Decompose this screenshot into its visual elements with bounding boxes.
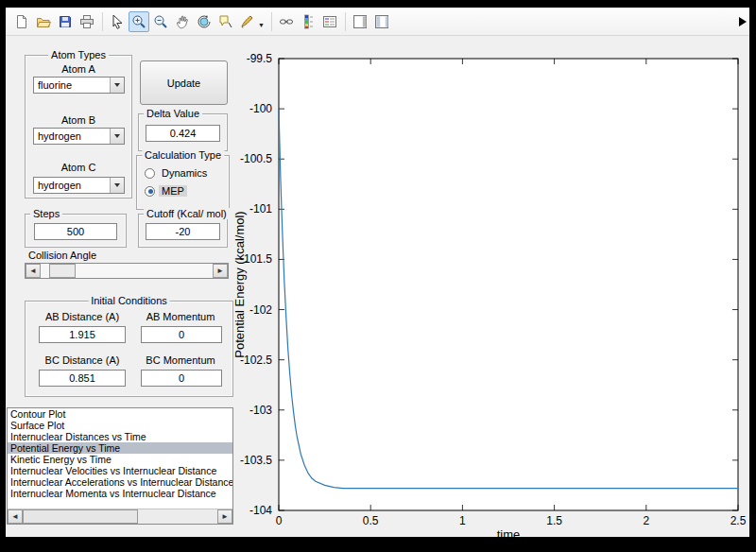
delta-value-panel: Delta Value: [138, 113, 228, 151]
list-item-internuclear-momenta[interactable]: Internuclear Momenta vs Internuclear Dis…: [8, 488, 232, 499]
calculation-type-panel: Calculation Type Dynamics MEP: [136, 155, 230, 210]
y-tick-label: -101: [249, 202, 272, 216]
radio-mep[interactable]: [145, 186, 155, 197]
y-tick-label: -104: [249, 504, 272, 517]
y-tick-label: -103: [249, 404, 272, 417]
toolbar-button-print-figure[interactable]: [77, 11, 97, 32]
potential-energy-chart[interactable]: 00.511.522.5-99.5-100-100.5-101-101.5-10…: [223, 45, 749, 537]
atom-c-selected-value: hydrogen: [34, 178, 110, 193]
toolbar-button-show-plot-tools[interactable]: [371, 11, 392, 32]
plot-type-listbox[interactable]: Contour Plot Surface Plot Internuclear D…: [7, 407, 233, 525]
brush-icon: [240, 14, 255, 29]
atom-c-label: Atom C: [26, 162, 131, 173]
toolbar-button-new-figure[interactable]: [11, 11, 32, 32]
x-tick-label: 2: [643, 514, 649, 527]
toolbar-separator: [345, 12, 346, 31]
hide-plot-tools-icon: [352, 14, 368, 29]
toolbar-button-data-cursor[interactable]: [215, 11, 236, 32]
toolbar-button-open-file[interactable]: [33, 11, 54, 32]
list-item-contour-plot[interactable]: Contour Plot: [8, 408, 232, 420]
toolbar-button-edit-plot[interactable]: [107, 11, 128, 32]
cutoff-panel: Cutoff (Kcal/ mol): [138, 214, 228, 248]
figure-window: ▼ Atom Types Atom A fluorine Atom B hydr…: [6, 8, 749, 537]
chevron-down-icon: [114, 134, 120, 138]
atom-b-dropdown-button[interactable]: [110, 129, 124, 144]
initial-conditions-panel-title: Initial Conditions: [88, 295, 170, 306]
atom-b-label: Atom B: [26, 114, 131, 126]
print-icon: [79, 14, 94, 29]
atom-types-panel-title: Atom Types: [48, 49, 109, 60]
radio-dynamics-label: Dynamics: [159, 167, 210, 179]
collision-angle-slider-thumb[interactable]: [49, 264, 76, 278]
save-icon: [58, 14, 73, 29]
toolbar-button-brush[interactable]: [237, 11, 258, 32]
open-file-icon: [36, 14, 51, 29]
plot-background: [279, 59, 738, 510]
initial-conditions-panel: Initial Conditions AB Distance (A) AB Mo…: [25, 301, 233, 397]
zoom-out-icon: [153, 14, 168, 29]
list-item-internuclear-distances-vs-time[interactable]: Internuclear Distances vs Time: [8, 431, 232, 442]
toolbar-button-zoom-out[interactable]: [150, 11, 171, 32]
atom-c-dropdown-button[interactable]: [110, 178, 124, 193]
x-tick-label: 1: [459, 514, 466, 527]
data-cursor-icon: [218, 14, 233, 29]
x-tick-label: 0.5: [363, 514, 379, 527]
update-button[interactable]: Update: [140, 60, 228, 105]
toolbar-button-zoom-in[interactable]: [129, 11, 149, 32]
radio-dynamics[interactable]: [145, 168, 155, 179]
ab-momentum-label: AB Momentum: [135, 311, 226, 322]
slider-left-arrow-button[interactable]: ◄: [26, 264, 41, 278]
steps-panel-title: Steps: [30, 208, 62, 219]
atom-a-dropdown[interactable]: fluorine: [33, 77, 125, 94]
bc-momentum-field[interactable]: [141, 370, 222, 387]
toolbar-button-pan[interactable]: [172, 11, 193, 32]
list-item-internuclear-accelerations[interactable]: Internuclear Accelerations vs Internucle…: [8, 476, 232, 488]
atom-a-label: Atom A: [26, 63, 131, 75]
y-tick-label: -100.5: [240, 152, 272, 165]
toolbar-button-save-figure[interactable]: [55, 11, 76, 32]
chevron-down-icon: [114, 83, 120, 87]
atom-a-selected-value: fluorine: [34, 78, 110, 93]
figure-toolbar: ▼: [6, 8, 749, 36]
bc-distance-label: BC Distance (A): [33, 354, 131, 366]
plot-area[interactable]: 00.511.522.5-99.5-100-100.5-101-101.5-10…: [223, 45, 749, 537]
new-figure-icon: [14, 14, 29, 29]
radio-row-mep[interactable]: MEP: [145, 185, 187, 197]
list-item-kinetic-energy-vs-time[interactable]: Kinetic Energy vs Time: [8, 454, 232, 465]
radio-row-dynamics[interactable]: Dynamics: [145, 167, 210, 179]
atom-b-dropdown[interactable]: hydrogen: [33, 128, 125, 145]
steps-field[interactable]: [34, 223, 117, 240]
list-item-internuclear-velocities[interactable]: Internuclear Velocities vs Internuclear …: [8, 465, 232, 476]
list-item-potential-energy-vs-time[interactable]: Potential Energy vs Time: [8, 442, 232, 454]
x-tick-label: 0: [276, 514, 283, 527]
toolbar-button-insert-legend[interactable]: [319, 11, 340, 32]
atom-types-panel: Atom Types Atom A fluorine Atom B hydrog…: [25, 55, 132, 198]
y-tick-label: -103.5: [240, 454, 272, 467]
atom-a-dropdown-button[interactable]: [110, 78, 124, 93]
link-plot-icon: [279, 14, 294, 29]
ab-momentum-field[interactable]: [141, 326, 222, 343]
list-item-surface-plot[interactable]: Surface Plot: [8, 420, 232, 431]
dock-figure-arrow[interactable]: [739, 17, 747, 26]
atom-b-selected-value: hydrogen: [34, 129, 110, 144]
bc-distance-field[interactable]: [39, 370, 126, 387]
scrollbar-thumb[interactable]: [23, 509, 138, 524]
scrollbar-left-arrow[interactable]: ◄: [8, 509, 23, 524]
cutoff-field[interactable]: [146, 223, 220, 240]
delta-value-field[interactable]: [146, 125, 220, 142]
bc-momentum-label: BC Momentum: [135, 354, 226, 366]
ab-distance-field[interactable]: [39, 326, 126, 343]
toolbar-button-link-plot[interactable]: [276, 11, 297, 32]
radio-mep-label: MEP: [159, 185, 187, 197]
steps-panel: Steps: [25, 214, 127, 248]
y-tick-label: -100: [249, 102, 272, 115]
x-axis-label: time: [497, 527, 521, 537]
toolbar-button-rotate-3d[interactable]: [194, 11, 215, 32]
collision-angle-slider[interactable]: ◄ ►: [25, 263, 229, 279]
atom-c-dropdown[interactable]: hydrogen: [33, 177, 125, 194]
toolbar-button-hide-plot-tools[interactable]: [350, 11, 370, 32]
brush-dropdown-caret[interactable]: ▼: [258, 22, 265, 28]
toolbar-button-insert-colorbar[interactable]: [298, 11, 318, 32]
y-axis-label: Potential Energy (kcal/mol): [232, 211, 247, 357]
listbox-horizontal-scrollbar[interactable]: ◄ ►: [8, 509, 232, 524]
